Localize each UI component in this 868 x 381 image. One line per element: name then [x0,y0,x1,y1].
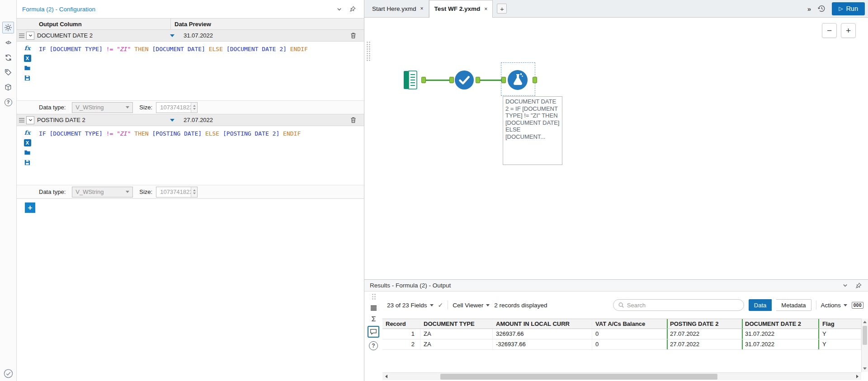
drag-handle-icon[interactable] [19,120,24,121]
saved-expressions-icon[interactable] [24,159,31,166]
output-column-select[interactable]: DOCUMENT DATE 2 [37,32,177,39]
cell-format-badge[interactable]: 000 [852,302,863,309]
help-icon[interactable]: ? [369,341,378,350]
spinner-icon[interactable] [191,187,197,197]
run-button[interactable]: ▷ Run [832,2,865,15]
new-workflow-button[interactable]: + [497,4,507,14]
data-type-select[interactable]: V_WString [72,187,133,198]
tool-annotation[interactable]: DOCUMENT DATE 2 = IF [DOCUMENT TYPE] != … [503,96,562,165]
scrollbar-thumb[interactable] [863,326,867,345]
delete-formula-button[interactable] [350,32,357,39]
column-header-document-date-2[interactable]: DOCUMENT DATE 2 [742,319,819,329]
close-icon[interactable]: × [420,5,424,12]
search-box[interactable] [613,299,744,311]
column-header-document-type[interactable]: DOCUMENT TYPE [420,319,493,329]
size-input[interactable]: 1073741823 [156,102,198,113]
table-cell[interactable]: 27.07.2022 [667,339,742,349]
table-cell[interactable]: 2 [382,339,420,349]
column-header-flag[interactable]: Flag [819,319,861,329]
table-cell[interactable]: Y [819,329,861,339]
delete-formula-button[interactable] [350,117,357,123]
tag-icon[interactable] [2,66,14,78]
input-data-tool[interactable] [400,70,420,90]
package-icon[interactable] [2,81,14,93]
table-cell[interactable]: 31.07.2022 [742,339,819,349]
output-anchor[interactable] [533,77,537,83]
messages-view-icon[interactable] [368,326,379,338]
table-cell[interactable]: Y [819,339,861,349]
actions-dropdown[interactable]: Actions [821,302,847,309]
table-cell[interactable]: 1 [382,329,420,339]
columns-icon[interactable]: X [24,139,31,146]
table-row[interactable]: 1ZA326937.66027.07.202231.07.2022Y [382,329,861,339]
constants-folder-icon[interactable] [24,149,31,156]
help-icon[interactable]: ? [2,96,14,108]
workflow-canvas[interactable]: − + [364,18,868,279]
metadata-toggle-button[interactable]: Metadata [776,299,811,311]
table-row[interactable]: 2ZA-326937.66027.07.202231.07.2022Y [382,339,861,350]
zoom-in-button[interactable]: + [841,23,856,38]
connection-wire[interactable] [480,80,501,81]
scroll-left-icon[interactable] [382,373,390,380]
table-cell[interactable]: -326937.66 [493,339,592,349]
functions-icon[interactable]: fx [24,129,31,136]
code-icon[interactable]: </> [2,37,14,48]
formula-expression-editor[interactable]: IF [DOCUMENT TYPE] != "ZI" THEN [DOCUMEN… [37,42,364,100]
data-toggle-button[interactable]: Data [749,299,772,311]
collapse-formula-button[interactable] [26,32,34,40]
output-anchor[interactable] [476,77,480,83]
vertical-scrollbar[interactable] [861,319,868,372]
table-cell[interactable]: 326937.66 [493,329,592,339]
column-header-vat-a-cs-balance[interactable]: VAT A/Cs Balance [592,319,667,329]
column-header-record[interactable]: Record [382,319,420,329]
scroll-down-icon[interactable] [862,365,868,372]
table-cell[interactable]: ZA [420,339,493,349]
table-cell[interactable]: 31.07.2022 [742,329,819,339]
palette-drag-handle[interactable] [366,41,370,61]
scroll-up-icon[interactable] [862,319,868,325]
collapse-formula-button[interactable] [26,116,34,124]
scrollbar-thumb[interactable] [440,374,717,380]
columns-icon[interactable]: X [24,54,31,62]
gear-icon[interactable] [2,22,14,33]
output-column-select[interactable]: POSTING DATE 2 [37,117,177,123]
output-anchor[interactable] [421,77,426,83]
pin-icon[interactable] [855,282,862,289]
connection-wire[interactable] [426,80,449,81]
tab-start-here[interactable]: Start Here.yxmd × [367,0,429,17]
chevron-down-icon[interactable] [336,6,342,12]
column-header-posting-date-2[interactable]: POSTING DATE 2 [667,319,742,329]
constants-folder-icon[interactable] [24,64,31,72]
zoom-out-button[interactable]: − [822,23,837,38]
pin-icon[interactable] [349,6,356,12]
scroll-right-icon[interactable] [854,373,861,380]
spinner-icon[interactable] [191,103,197,113]
apply-check-icon[interactable]: ✓ [438,301,443,309]
add-formula-button[interactable]: + [25,202,35,213]
horizontal-scrollbar[interactable] [382,372,861,380]
history-icon[interactable] [817,5,826,13]
toolbar-overflow-icon[interactable]: » [807,5,811,13]
data-type-select[interactable]: V_WString [72,102,133,113]
column-header-amount-in-local-curr[interactable]: AMOUNT IN LOCAL CURR [493,319,592,329]
table-cell[interactable]: 27.07.2022 [667,329,742,339]
formula-tool[interactable] [507,70,528,90]
table-cell[interactable]: 0 [592,329,667,339]
formula-expression-editor[interactable]: IF [DOCUMENT TYPE] != "ZI" THEN [POSTING… [37,126,364,185]
sync-icon[interactable] [2,52,14,63]
search-input[interactable] [627,302,739,309]
chevron-down-icon[interactable] [842,282,848,288]
input-anchor[interactable] [449,77,454,83]
tab-test-wf-2[interactable]: Test WF 2.yxmd × [429,0,493,17]
table-cell[interactable]: ZA [420,329,493,339]
select-tool[interactable] [454,70,474,90]
functions-icon[interactable]: fx [24,44,31,52]
cell-viewer-dropdown[interactable]: Cell Viewer [453,302,490,309]
fields-dropdown[interactable]: 23 of 23 Fields [387,302,434,309]
table-cell[interactable]: 0 [592,339,667,349]
size-input[interactable]: 1073741823 [156,187,198,198]
palette-drag-handle[interactable] [372,293,376,300]
profile-view-icon[interactable] [370,315,377,322]
close-icon[interactable]: × [484,6,487,12]
drag-handle-icon[interactable] [19,35,24,36]
